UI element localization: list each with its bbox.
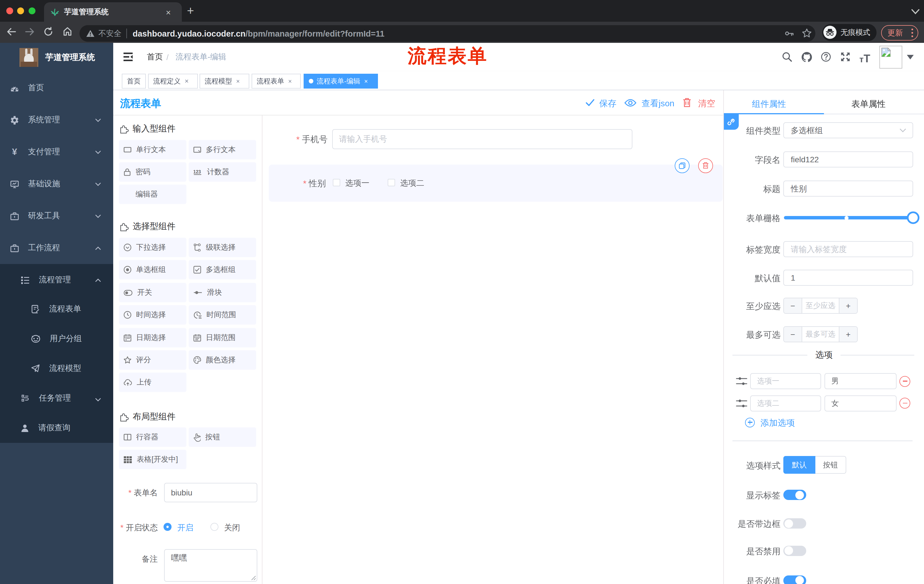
svg-text:123: 123 [193,169,201,174]
